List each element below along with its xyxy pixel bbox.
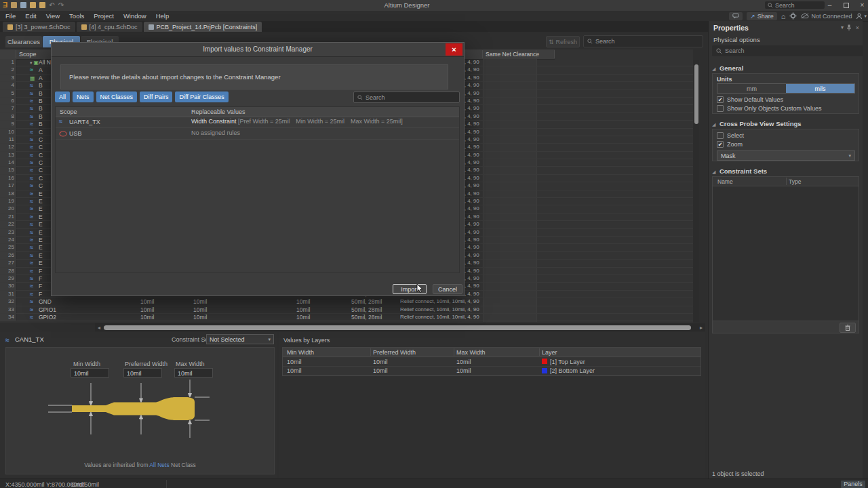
share-button[interactable]: ↗ Share — [747, 12, 777, 20]
doc-tab-cpu-schdoc[interactable]: [4] 4_cpu.SchDoc — [77, 22, 142, 32]
close-panel-icon[interactable]: × — [856, 24, 859, 31]
preferred-width-cell[interactable]: 10mil — [193, 306, 207, 314]
menu-item[interactable]: Project — [94, 12, 114, 20]
user-menu[interactable]: ▾ — [856, 13, 867, 20]
via-style-cell[interactable]: 50mil, 28mil — [351, 314, 382, 321]
layer-row-bottom[interactable]: 10mil 10mil 10mil [2] Bottom Layer — [283, 367, 701, 376]
table-row[interactable]: 34 GPIO2 10mil 10mil 10mil 50mil, 28mil … — [0, 314, 693, 321]
menu-item[interactable]: File — [5, 12, 16, 20]
doc-tab-pcb-project-constraints[interactable]: PCB_Project_14.PrjPcb [Constraints] — [144, 22, 262, 32]
checkbox-unchecked-icon — [717, 105, 724, 112]
dialog-close-button[interactable]: × — [446, 43, 462, 56]
properties-search-input[interactable]: Search — [712, 45, 863, 56]
search-icon — [587, 39, 593, 44]
comments-button[interactable] — [729, 12, 743, 20]
show-only-custom-values-checkbox[interactable]: Show Only Objects Custom Values — [717, 105, 821, 112]
refresh-button[interactable]: ⇅ Refresh — [546, 36, 580, 47]
preferred-width-cell[interactable]: 10mil — [193, 298, 207, 306]
maximize-button[interactable] — [839, 0, 853, 10]
dialog-title-bar[interactable]: Import values to Constraint Manager — [52, 43, 464, 57]
scroll-right-icon[interactable]: ▸ — [697, 325, 705, 331]
section-general-header[interactable]: ◢ General — [712, 64, 743, 72]
menu-item[interactable]: Window — [123, 12, 146, 20]
global-search-input[interactable]: Search — [765, 1, 825, 9]
show-default-values-checkbox[interactable]: ✔ Show Default Values — [717, 96, 783, 103]
filter-button[interactable]: Net Classes — [96, 92, 138, 102]
section-cross-probe-header[interactable]: ◢ Cross Probe View Settings — [712, 120, 802, 127]
doc-tab-power-schdoc[interactable]: [3] 3_power.SchDoc — [3, 22, 75, 32]
dialog-row-uart4-tx[interactable]: ≈ UART4_TX Width Constraint [Pref Width … — [56, 117, 459, 128]
via-style-cell[interactable]: 50mil, 28mil — [351, 298, 382, 306]
tab-clearances[interactable]: Clearances — [5, 36, 42, 47]
table-row[interactable]: 33 GPIO1 10mil 10mil 10mil 50mil, 28mil … — [0, 306, 693, 314]
unit-mm-button[interactable]: mm — [717, 84, 786, 93]
all-nets-link[interactable]: All Nets — [149, 462, 169, 468]
preferred-width-cell[interactable]: 10mil — [193, 314, 207, 321]
min-width-field[interactable]: 10mil — [71, 368, 109, 378]
search-placeholder: Search — [366, 94, 385, 101]
refresh-label: Refresh — [556, 39, 578, 45]
row-number: 20 — [0, 205, 17, 212]
horizontal-scrollbar[interactable]: ◂ ▸ — [95, 323, 705, 331]
pin-icon[interactable] — [846, 24, 852, 30]
connection-status[interactable]: Not Connected — [801, 13, 852, 20]
home-icon[interactable]: ⌂ — [781, 12, 786, 20]
via-style-cell[interactable]: 50mil, 28mil — [351, 306, 382, 314]
same-net-clearance-column-header[interactable]: Same Net Clearance — [486, 51, 539, 58]
filter-button[interactable]: All — [55, 92, 70, 102]
scope-column-header[interactable]: Scope — [19, 51, 37, 58]
max-width-field[interactable]: 10mil — [174, 368, 213, 378]
delete-constraint-set-button[interactable] — [840, 323, 856, 333]
vertical-scrollbar-thumb[interactable] — [694, 64, 698, 124]
scope-name: GPIO1 — [39, 306, 56, 314]
gear-icon[interactable] — [789, 12, 797, 20]
filter-button[interactable]: Diff Pair Classes — [175, 92, 228, 102]
dialog-row-usb[interactable]: USB No assigned rules — [56, 128, 459, 140]
constraint-sets-empty-list[interactable] — [713, 186, 859, 321]
close-window-button[interactable]: × — [855, 0, 868, 10]
polygon-connect-cell[interactable]: Relief connect, 10mil, 10mil, 4, 90 — [400, 314, 479, 321]
checkbox-label: Zoom — [727, 141, 743, 148]
grid-search-input[interactable]: Search — [583, 35, 703, 47]
filter-button[interactable]: Diff Pairs — [140, 92, 172, 102]
min-width-cell[interactable]: 10mil — [140, 314, 154, 321]
net-icon — [30, 90, 33, 97]
minimize-button[interactable]: – — [823, 0, 837, 10]
panel-menu-icon[interactable]: ▾ — [841, 24, 844, 30]
chevron-down-icon: ▾ — [268, 337, 271, 342]
scroll-left-icon[interactable]: ◂ — [95, 325, 103, 331]
dialog-search-input[interactable]: Search — [353, 92, 460, 103]
max-width-cell[interactable]: 10mil — [296, 314, 310, 321]
unit-mils-button[interactable]: mils — [786, 84, 854, 93]
table-row[interactable]: 32 GND 10mil 10mil 10mil 50mil, 28mil Re… — [0, 298, 693, 306]
dialog-scope-list: Scope Replaceable Values ≈ UART4_TX Widt… — [55, 106, 460, 273]
preferred-width-field[interactable]: 10mil — [123, 368, 162, 378]
max-width-cell[interactable]: 10mil — [296, 306, 310, 314]
menu-item[interactable]: Tools — [69, 12, 84, 20]
row-number: 14 — [0, 159, 17, 166]
constraint-set-dropdown[interactable]: Not Selected ▾ — [206, 334, 274, 344]
menu-item[interactable]: Help — [156, 12, 170, 20]
min-width-cell[interactable]: 10mil — [140, 306, 154, 314]
menu-item[interactable]: Edit — [25, 12, 36, 20]
row-number: 23 — [0, 229, 17, 236]
layer-color-swatch — [542, 359, 547, 364]
vertical-scrollbar[interactable] — [693, 60, 699, 322]
polygon-connect-cell[interactable]: Relief connect, 10mil, 10mil, 4, 90 — [400, 306, 479, 314]
section-constraint-sets-header[interactable]: ◢ Constraint Sets — [712, 167, 767, 175]
select-checkbox[interactable]: Select — [717, 132, 744, 139]
menu-item[interactable]: View — [46, 12, 60, 20]
scope-name: A — [39, 75, 43, 82]
cancel-button[interactable]: Cancel — [433, 284, 462, 294]
filter-button[interactable]: Nets — [73, 92, 94, 102]
mask-dropdown[interactable]: Mask ▾ — [717, 150, 855, 161]
net-icon: ≈ — [59, 118, 62, 125]
zoom-checkbox[interactable]: ✔ Zoom — [717, 141, 743, 148]
max-width-value: 10mil — [456, 367, 471, 374]
panels-button[interactable]: Panels — [841, 481, 865, 488]
min-width-cell[interactable]: 10mil — [140, 298, 154, 306]
layer-row-top[interactable]: 10mil 10mil 10mil [1] Top Layer — [283, 357, 701, 367]
max-width-cell[interactable]: 10mil — [296, 298, 310, 306]
polygon-connect-cell[interactable]: Relief connect, 10mil, 10mil, 4, 90 — [400, 298, 479, 306]
horizontal-scrollbar-thumb[interactable] — [104, 325, 691, 330]
